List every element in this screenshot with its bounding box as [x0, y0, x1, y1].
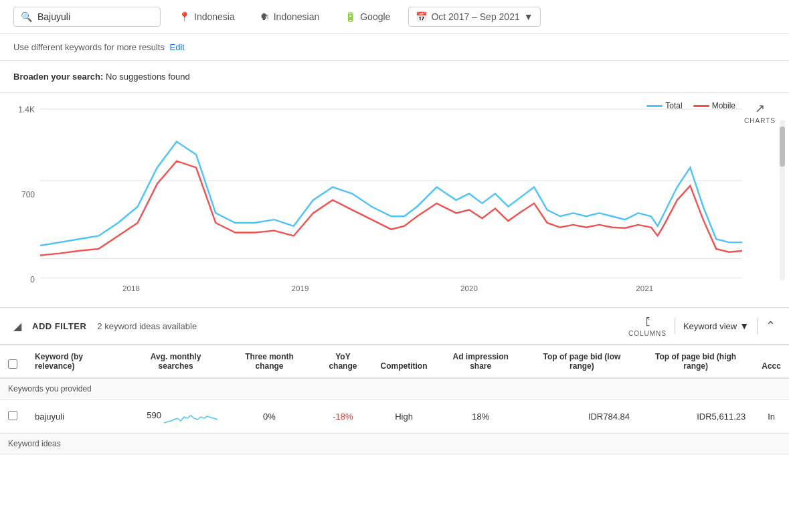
row-keyword: bajuyuli	[27, 400, 126, 434]
y-label-bot: 0	[13, 275, 35, 284]
engine-icon: 🔋	[345, 11, 356, 22]
chart-area: Total Mobile ↗ CHARTS 1.4K 700 0	[0, 93, 789, 308]
header-checkbox-cell	[0, 345, 27, 378]
row-checkbox[interactable]	[8, 411, 17, 420]
line-chart-icon: ↗	[755, 101, 765, 116]
y-label-top: 1.4K	[13, 105, 35, 114]
top-bar: 🔍 Bajuyuli 📍 Indonesia 🗣 Indonesian 🔋 Go…	[0, 0, 789, 34]
filter-icon: ◢	[13, 320, 21, 333]
filter-right-controls: ⦍ COLUMNS Keyword view ▼ ⌃	[628, 315, 776, 337]
row-top-high: IDR5,611.23	[638, 400, 754, 434]
charts-button[interactable]: ↗ CHARTS	[744, 101, 776, 124]
header-avg-monthly: Avg. monthly searches	[126, 345, 226, 378]
collapse-button[interactable]: ⌃	[766, 319, 776, 333]
language-filter[interactable]: 🗣 Indonesian	[253, 7, 327, 27]
header-competition: Competition	[373, 345, 436, 378]
header-yoy: YoY change	[313, 345, 372, 378]
columns-button[interactable]: ⦍ COLUMNS	[628, 315, 667, 337]
header-accc: Accc	[754, 345, 789, 378]
keywords-table: Keyword (by relevance) Avg. monthly sear…	[0, 345, 789, 454]
date-range-label: Oct 2017 – Sep 2021	[431, 11, 519, 22]
keyword-view-chevron: ▼	[739, 321, 749, 331]
search-value: Bajuyuli	[37, 11, 70, 22]
trend-chart: 2018 2019 2020 2021	[40, 100, 742, 300]
engine-filter[interactable]: 🔋 Google	[337, 7, 398, 27]
svg-text:2019: 2019	[292, 284, 309, 292]
columns-label: COLUMNS	[628, 330, 667, 337]
row-ad-impression: 18%	[436, 400, 526, 434]
mini-trend-chart	[164, 406, 217, 426]
chevron-down-icon: ▼	[524, 11, 533, 22]
svg-text:2018: 2018	[122, 284, 140, 292]
svg-text:2020: 2020	[460, 284, 478, 292]
suggestion-text: Use different keywords for more results	[13, 42, 165, 52]
header-top-high: Top of page bid (high range)	[638, 345, 754, 378]
table-header-row: Keyword (by relevance) Avg. monthly sear…	[0, 345, 789, 378]
select-all-checkbox[interactable]	[8, 359, 17, 369]
date-filter[interactable]: 📅 Oct 2017 – Sep 2021 ▼	[408, 7, 540, 27]
chart-scrollbar[interactable]	[780, 120, 785, 280]
engine-label: Google	[360, 11, 390, 22]
keyword-count: 2 keyword ideas available	[97, 321, 197, 331]
calendar-icon: 📅	[416, 11, 427, 22]
section-ideas-label: Keyword ideas	[0, 434, 789, 454]
row-competition: High	[373, 400, 436, 434]
location-label: Indonesia	[194, 11, 235, 22]
header-ad-impression: Ad impression share	[436, 345, 526, 378]
broaden-value: No suggestions found	[106, 72, 190, 82]
edit-link[interactable]: Edit	[170, 42, 185, 52]
divider	[675, 318, 675, 334]
location-filter[interactable]: 📍 Indonesia	[171, 7, 242, 27]
header-three-month: Three month change	[226, 345, 314, 378]
y-label-mid: 700	[13, 190, 35, 199]
section-provided-label: Keywords you provided	[8, 384, 92, 393]
language-label: Indonesian	[274, 11, 320, 22]
row-three-month: 0%	[226, 400, 314, 434]
header-keyword: Keyword (by relevance)	[27, 345, 126, 378]
row-avg-monthly: 590	[126, 400, 226, 434]
svg-text:2021: 2021	[636, 284, 653, 292]
charts-label: CHARTS	[744, 117, 776, 124]
suggestion-bar: Use different keywords for more results …	[0, 34, 789, 61]
row-accc: In	[754, 400, 789, 434]
row-top-low: IDR784.84	[526, 400, 638, 434]
keywords-table-container: Keyword (by relevance) Avg. monthly sear…	[0, 345, 789, 454]
divider2	[757, 318, 758, 334]
language-icon: 🗣	[260, 11, 270, 22]
columns-icon: ⦍	[644, 315, 650, 329]
search-box[interactable]: 🔍 Bajuyuli	[13, 7, 161, 27]
search-icon: 🔍	[21, 11, 32, 22]
section-provided-row: Keywords you provided	[0, 378, 789, 400]
broaden-label: Broaden your search:	[13, 72, 103, 82]
keyword-view-button[interactable]: Keyword view ▼	[683, 321, 749, 331]
row-checkbox-cell	[0, 400, 27, 434]
broaden-section: Broaden your search: No suggestions foun…	[0, 61, 789, 93]
filter-bar: ◢ ADD FILTER 2 keyword ideas available ⦍…	[0, 308, 789, 345]
section-ideas-row: Keyword ideas	[0, 434, 789, 454]
keyword-view-label: Keyword view	[683, 321, 737, 331]
header-top-low: Top of page bid (low range)	[526, 345, 638, 378]
chart-scrollbar-thumb	[780, 126, 785, 167]
table-row: bajuyuli 590 0% -18% High	[0, 400, 789, 434]
location-icon: 📍	[179, 11, 190, 22]
add-filter-button[interactable]: ADD FILTER	[32, 321, 86, 331]
row-yoy: -18%	[313, 400, 372, 434]
